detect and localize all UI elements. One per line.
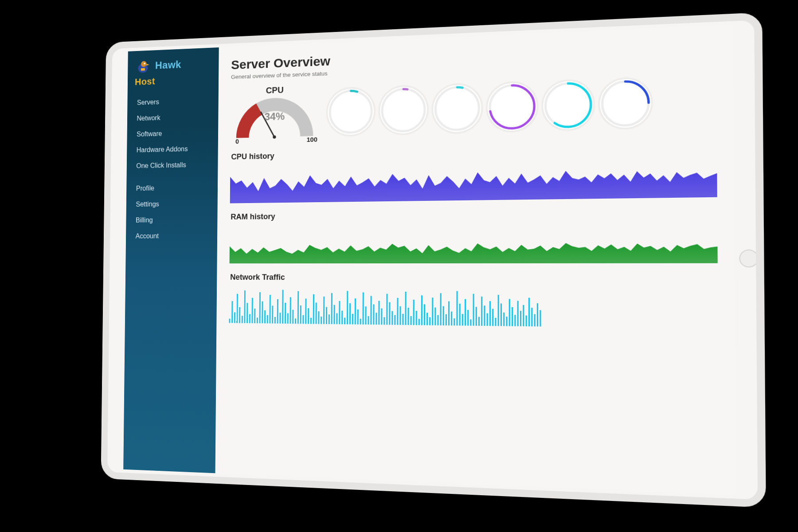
svg-point-10 (435, 86, 479, 130)
traffic-bar (391, 311, 393, 325)
gauge-value: 34% (235, 110, 315, 124)
main-content: Server Overview General overview of the … (215, 25, 736, 495)
traffic-bar (365, 306, 366, 325)
traffic-bar (405, 292, 406, 325)
cpu-history-chart (230, 154, 717, 203)
traffic-bar (300, 305, 301, 324)
traffic-bar (246, 303, 248, 323)
traffic-bar (363, 292, 364, 325)
camera-dot (106, 258, 110, 261)
sidebar-item-network[interactable]: Network (127, 108, 219, 127)
network-traffic-chart (229, 284, 718, 329)
traffic-bar (326, 307, 327, 324)
traffic-bar (473, 294, 474, 326)
sidebar-item-profile[interactable]: Profile (126, 179, 218, 196)
metric-incoming-data: Incoming Data 149 GB (488, 82, 537, 131)
nav-secondary: ProfileSettingsBillingAccount (126, 176, 218, 244)
traffic-bar (249, 314, 250, 323)
traffic-bar (262, 301, 263, 324)
traffic-bar (478, 317, 480, 326)
traffic-bar (331, 293, 332, 324)
traffic-bar (329, 314, 330, 324)
cpu-gauge: CPU 34% 0 100 (231, 84, 320, 143)
traffic-bar (498, 295, 499, 326)
sidebar-item-billing[interactable]: Billing (126, 211, 217, 228)
traffic-bar (424, 304, 425, 325)
metric-rings: Uptime 1:12 Disk Read 0.1% of total Disk… (328, 78, 651, 135)
traffic-bar (360, 319, 361, 325)
traffic-bar (242, 316, 243, 323)
sidebar-item-account[interactable]: Account (126, 228, 217, 244)
traffic-bar (341, 311, 343, 324)
metrics-row: CPU 34% 0 100 (231, 70, 717, 143)
traffic-bar (531, 308, 532, 326)
traffic-bar (229, 319, 231, 323)
gauge-max: 100 (307, 136, 317, 143)
traffic-bar (517, 301, 519, 326)
traffic-bar (481, 296, 482, 325)
traffic-bar (274, 317, 276, 324)
svg-rect-3 (141, 68, 145, 71)
traffic-bar (514, 315, 516, 326)
nav-primary: ServersNetworkSoftwareHardware AddonsOne… (127, 89, 219, 174)
traffic-bar (386, 294, 387, 325)
traffic-bar (336, 313, 337, 324)
traffic-bar (277, 299, 278, 324)
home-button[interactable] (739, 249, 759, 267)
traffic-bar (321, 317, 322, 324)
traffic-bar (413, 300, 415, 325)
traffic-bar (434, 308, 436, 325)
traffic-bar (236, 294, 238, 323)
sidebar-item-settings[interactable]: Settings (126, 196, 218, 213)
traffic-bar (370, 296, 372, 325)
traffic-bar (440, 293, 442, 325)
traffic-bar (459, 304, 461, 326)
traffic-bar (282, 289, 283, 323)
traffic-bar (355, 298, 356, 325)
traffic-bar (501, 303, 502, 326)
ram-history-chart (230, 220, 718, 263)
traffic-bar (470, 319, 471, 326)
traffic-bar (443, 306, 444, 325)
traffic-bar (456, 291, 458, 325)
traffic-bar (419, 319, 420, 325)
traffic-bar (407, 308, 409, 325)
traffic-bar (259, 292, 261, 323)
traffic-bar (402, 313, 403, 325)
traffic-bar (289, 297, 291, 324)
traffic-bar (389, 302, 390, 325)
traffic-bar (506, 317, 507, 326)
traffic-bar (285, 303, 286, 324)
traffic-bar (394, 315, 395, 325)
traffic-bar (448, 301, 450, 325)
traffic-bar (302, 315, 304, 324)
traffic-bar (397, 298, 398, 325)
traffic-bar (339, 301, 340, 324)
traffic-bar (295, 318, 296, 324)
traffic-bar (454, 318, 455, 325)
traffic-bar (487, 313, 488, 326)
traffic-bar (462, 314, 463, 326)
traffic-bar (503, 313, 505, 326)
traffic-bar (421, 295, 422, 325)
traffic-bar (381, 308, 382, 325)
traffic-bar (297, 291, 299, 324)
traffic-bar (429, 317, 430, 325)
tablet-frame: HawkHost ServersNetworkSoftwareHardware … (101, 12, 766, 508)
traffic-bar (446, 314, 447, 325)
traffic-bar (308, 308, 309, 324)
traffic-bar (540, 310, 541, 327)
traffic-bar (269, 295, 270, 324)
sidebar-item-software[interactable]: Software (127, 124, 218, 142)
traffic-bar (523, 305, 524, 326)
traffic-bar (234, 312, 235, 323)
sidebar-item-one-click-installs[interactable]: One Click Installs (127, 156, 218, 174)
traffic-bar (509, 299, 510, 326)
sidebar-item-hardware-addons[interactable]: Hardware Addons (127, 140, 218, 158)
svg-point-8 (382, 88, 425, 132)
section-title-net: Network Traffic (230, 273, 718, 283)
traffic-bar (484, 305, 485, 326)
metric-disk-read: Disk Read 0.1% of total (380, 86, 427, 134)
traffic-bar (451, 311, 452, 325)
traffic-bar (305, 299, 306, 324)
